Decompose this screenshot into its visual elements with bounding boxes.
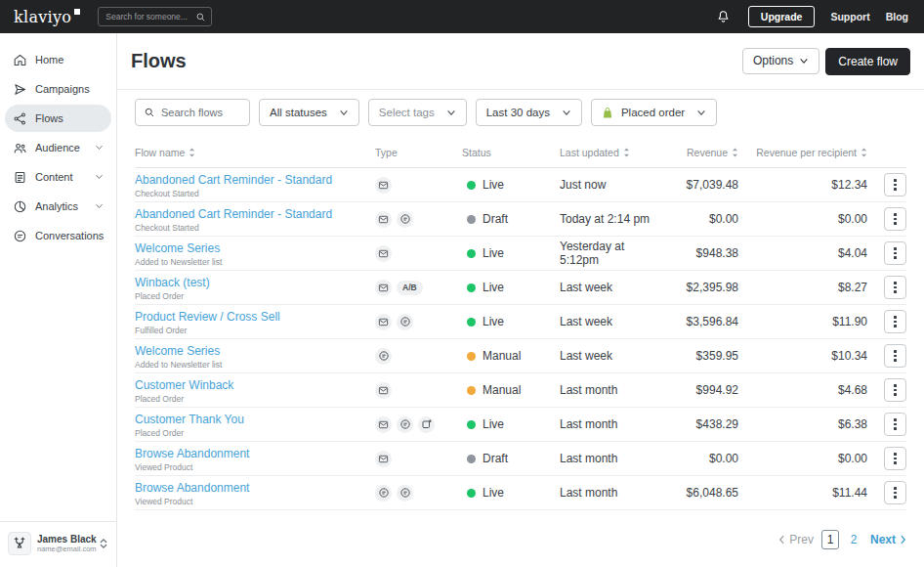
sort-icon[interactable] [189, 148, 195, 157]
flow-name-link[interactable]: Product Review / Cross Sell [135, 311, 280, 325]
sms-icon [397, 485, 413, 502]
tags-filter-dropdown[interactable]: Select tags [368, 99, 467, 126]
row-actions-cell [867, 241, 906, 265]
kebab-menu-button[interactable] [884, 413, 906, 436]
table-row: Welcome Series Added to Newsletter list … [135, 237, 906, 271]
table-row: Customer Thank You Placed Order Live Las… [135, 408, 906, 442]
revenue-cell: $994.92 [657, 383, 738, 397]
column-header-label: Status [462, 147, 491, 158]
date-range-dropdown[interactable]: Last 30 days [476, 99, 582, 126]
flow-name-link[interactable]: Winback (test) [135, 277, 210, 290]
table-row: Abandoned Cart Reminder - Standard Check… [135, 168, 906, 202]
flow-trigger: Fulfilled Order [135, 327, 375, 336]
upgrade-button[interactable]: Upgrade [748, 6, 816, 27]
push-icon [418, 416, 435, 433]
kebab-menu-button[interactable] [884, 481, 906, 504]
row-actions-cell [867, 276, 906, 299]
blog-link[interactable]: Blog [886, 11, 908, 22]
sort-icon[interactable] [623, 148, 630, 157]
revenue-per-recipient-cell: $4.68 [738, 383, 867, 397]
klaviyo-logo[interactable]: klaviyo [14, 8, 80, 26]
sort-icon[interactable] [861, 148, 867, 157]
account-switcher[interactable]: James Black name@email.com [0, 521, 116, 567]
flows-table: Flow nameTypeStatusLast updatedRevenueRe… [135, 137, 906, 510]
flow-name-link[interactable]: Customer Thank You [135, 414, 244, 427]
sidebar-item-analytics[interactable]: Analytics [5, 193, 111, 220]
email-icon [375, 211, 392, 228]
sidebar-item-content[interactable]: Content [5, 163, 111, 191]
table-row: Customer Winback Placed Order Manual Las… [135, 373, 906, 408]
sidebar-item-audience[interactable]: Audience [5, 134, 111, 161]
revenue-cell: $7,039.48 [657, 178, 738, 192]
column-header-flow-name[interactable]: Flow name [135, 147, 375, 158]
global-search-input[interactable] [105, 12, 195, 22]
flow-trigger: Added to Newsletter list [135, 258, 375, 268]
flow-name-link[interactable]: Browse Abandonment [135, 482, 249, 496]
flow-name-link[interactable]: Welcome Series [135, 345, 220, 359]
sidebar-item-campaigns[interactable]: Campaigns [5, 75, 111, 103]
status-label: Live [483, 178, 504, 192]
flow-name-link[interactable]: Abandoned Cart Reminder - Standard [135, 174, 332, 188]
support-link[interactable]: Support [830, 11, 869, 22]
options-button[interactable]: Options [742, 48, 819, 74]
sidebar-item-flows[interactable]: Flows [5, 105, 111, 132]
column-header-last-updated[interactable]: Last updated [560, 147, 657, 158]
page-button-2[interactable]: 2 [845, 530, 862, 549]
flow-name-link[interactable]: Abandoned Cart Reminder - Standard [135, 208, 332, 222]
revenue-cell: $0.00 [657, 212, 738, 226]
kebab-menu-button[interactable] [884, 310, 906, 333]
kebab-menu-button[interactable] [884, 241, 906, 265]
revenue-per-recipient-cell: $0.00 [738, 212, 867, 226]
conversion-metric-dropdown[interactable]: Placed order [591, 99, 717, 126]
sms-icon [375, 348, 392, 365]
column-header-revenue-per-recipient[interactable]: Revenue per recipient [738, 147, 867, 158]
status-dot [467, 181, 476, 190]
flow-name-cell: Winback (test) Placed Order [135, 273, 375, 301]
flow-status-cell: Live [462, 246, 560, 260]
sidebar-item-home[interactable]: Home [5, 46, 111, 73]
table-row: Product Review / Cross Sell Fulfilled Or… [135, 305, 906, 339]
sidebar-item-label: Content [35, 171, 73, 183]
kebab-menu-button[interactable] [884, 344, 906, 368]
kebab-menu-button[interactable] [884, 378, 906, 402]
prev-page-button[interactable]: Prev [778, 533, 814, 546]
next-page-button[interactable]: Next [870, 533, 906, 546]
global-search[interactable] [98, 7, 212, 26]
notifications-bell-icon[interactable] [714, 7, 733, 26]
flow-name-cell: Welcome Series Added to Newsletter list [135, 239, 375, 267]
account-email: name@email.com [37, 545, 97, 553]
flow-name-link[interactable]: Browse Abandonment [135, 448, 249, 461]
chevron-right-icon [900, 535, 906, 545]
flow-type-cell [375, 416, 462, 433]
sort-icon[interactable] [732, 148, 738, 157]
kebab-menu-button[interactable] [884, 173, 906, 196]
row-actions-cell [867, 378, 906, 402]
chevron-down-icon [446, 109, 456, 116]
revenue-cell: $359.95 [657, 349, 738, 363]
kebab-menu-button[interactable] [884, 207, 906, 231]
table-row: Abandoned Cart Reminder - Standard Check… [135, 202, 906, 237]
klaviyo-logo-flag-icon [74, 9, 80, 15]
sidebar-item-conversations[interactable]: Conversations [5, 222, 111, 249]
kebab-menu-button[interactable] [884, 276, 906, 299]
revenue-per-recipient-cell: $11.90 [738, 315, 867, 328]
search-flows-field[interactable] [135, 99, 250, 126]
flow-name-cell: Browse Abandonment Viewed Product [135, 478, 375, 506]
create-flow-button[interactable]: Create flow [825, 48, 910, 75]
column-header-revenue[interactable]: Revenue [657, 147, 738, 158]
sms-icon [397, 416, 413, 433]
account-switcher-caret-icon[interactable] [97, 536, 110, 551]
flow-name-link[interactable]: Welcome Series [135, 242, 220, 256]
status-filter-dropdown[interactable]: All statuses [259, 99, 359, 126]
row-actions-cell [867, 344, 906, 368]
chevron-down-icon [95, 174, 104, 180]
status-label: Manual [483, 349, 521, 363]
kebab-menu-button[interactable] [884, 447, 906, 470]
flows-icon [13, 111, 27, 126]
flow-type-cell [375, 245, 462, 262]
flow-type-cell [375, 314, 462, 330]
page-button-1[interactable]: 1 [821, 530, 839, 549]
sidebar-nav: HomeCampaignsFlowsAudienceContentAnalyti… [0, 33, 116, 249]
search-flows-input[interactable] [161, 107, 241, 118]
flow-name-link[interactable]: Customer Winback [135, 379, 233, 393]
